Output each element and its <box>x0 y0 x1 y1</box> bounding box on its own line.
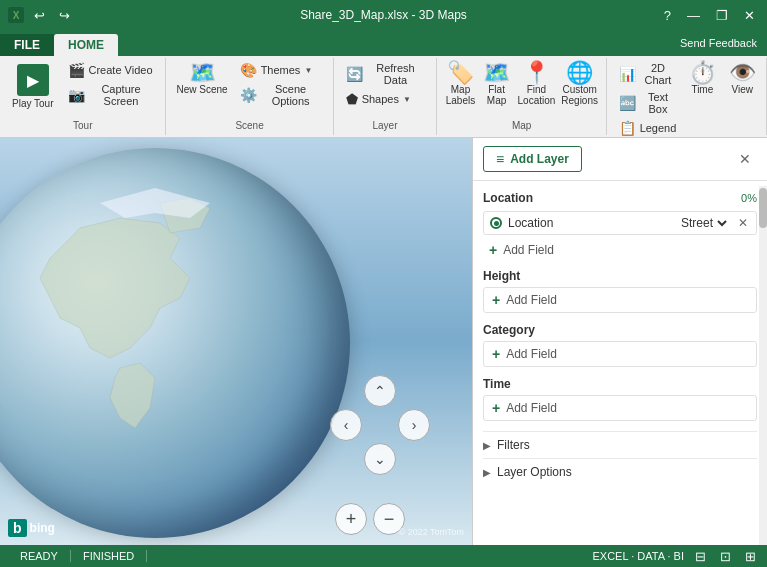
location-add-field-row[interactable]: + Add Field <box>483 239 757 261</box>
nav-down-button[interactable]: ⌄ <box>364 443 396 475</box>
legend-button[interactable]: 📋 Legend <box>613 118 683 138</box>
nav-up-button[interactable]: ⌃ <box>364 375 396 407</box>
height-add-field-label: Add Field <box>506 293 557 307</box>
view-button[interactable]: 👁️ View <box>724 60 760 97</box>
tab-home[interactable]: HOME <box>54 34 118 56</box>
themes-button[interactable]: 🎨 Themes ▼ <box>234 60 327 80</box>
find-location-icon: 📍 <box>523 62 550 84</box>
filters-section[interactable]: ▶ Filters <box>483 431 757 458</box>
text-box-icon: 🔤 <box>619 95 636 111</box>
camera-icon: 📷 <box>68 87 85 103</box>
time-view-col: ⏱️ Time 👁️ View <box>684 60 760 97</box>
height-plus-icon: + <box>492 292 500 308</box>
main-area: ⌃ ‹ › ⌄ + − b bing © 2022 TomTom ≡ Add L… <box>0 138 767 545</box>
status-icon3-button[interactable]: ⊞ <box>742 549 759 564</box>
time-add-field-label: Add Field <box>506 401 557 415</box>
minimize-button[interactable]: — <box>683 6 704 25</box>
insert-items: 📊 2D Chart 🔤 Text Box 📋 Legend ⏱️ Time <box>613 60 760 138</box>
radio-inner <box>494 221 499 226</box>
play-tour-button[interactable]: ▶ Play Tour <box>6 60 60 113</box>
nav-right-button[interactable]: › <box>398 409 430 441</box>
ribbon-group-insert: 📊 2D Chart 🔤 Text Box 📋 Legend ⏱️ Time <box>607 58 767 135</box>
exceldemy-label: EXCEL · DATA · BI <box>593 550 685 562</box>
custom-regions-button[interactable]: 🌐 Custom Regions <box>559 60 600 108</box>
location-row: Location Street ✕ <box>483 211 757 235</box>
status-icon1-button[interactable]: ⊟ <box>692 549 709 564</box>
location-pct: 0% <box>741 192 757 204</box>
layer-options-label: Layer Options <box>497 465 572 479</box>
filters-label: Filters <box>497 438 530 452</box>
map-items: 🏷️ Map Labels 🗺️ Flat Map 📍 Find Locatio… <box>443 60 600 120</box>
status-finished: FINISHED <box>71 550 147 562</box>
tour-group-label: Tour <box>73 120 92 133</box>
panel-close-button[interactable]: ✕ <box>733 149 757 169</box>
map-labels-button[interactable]: 🏷️ Map Labels <box>443 60 477 108</box>
refresh-data-button[interactable]: 🔄 Refresh Data <box>340 60 431 88</box>
time-icon: ⏱️ <box>689 62 716 84</box>
chart-icon: 📊 <box>619 66 636 82</box>
custom-regions-icon: 🌐 <box>566 62 593 84</box>
zoom-controls: + − <box>335 503 405 535</box>
ribbon-tabs: FILE HOME Send Feedback <box>0 30 767 56</box>
globe-svg <box>0 148 350 538</box>
nav-left-button[interactable]: ‹ <box>330 409 362 441</box>
themes-icon: 🎨 <box>240 62 257 78</box>
new-scene-button[interactable]: 🗺️ New Scene <box>172 60 231 97</box>
flat-map-button[interactable]: 🗺️ Flat Map <box>480 60 514 108</box>
create-video-button[interactable]: 🎬 Create Video <box>62 60 160 80</box>
chart-2d-button[interactable]: 📊 2D Chart <box>613 60 683 88</box>
location-radio[interactable] <box>490 217 502 229</box>
ribbon-group-scene: 🗺️ New Scene 🎨 Themes ▼ ⚙️ Scene Options… <box>166 58 333 135</box>
redo-button[interactable]: ↪ <box>55 6 74 25</box>
text-box-button[interactable]: 🔤 Text Box <box>613 89 683 117</box>
close-button[interactable]: ✕ <box>740 6 759 25</box>
panel-scroll-thumb <box>759 188 767 228</box>
ribbon-group-tour: ▶ Play Tour 🎬 Create Video 📷 Capture Scr… <box>0 58 166 135</box>
time-button[interactable]: ⏱️ Time <box>684 60 720 97</box>
category-add-field-button[interactable]: + Add Field <box>483 341 757 367</box>
map-group-label: Map <box>512 120 531 133</box>
find-location-button[interactable]: 📍 Find Location <box>516 60 558 108</box>
capture-screen-button[interactable]: 📷 Capture Screen <box>62 81 160 109</box>
scene-options-button[interactable]: ⚙️ Scene Options <box>234 81 327 109</box>
category-section: Category + Add Field <box>483 323 757 367</box>
excel-icon: X <box>8 7 24 23</box>
layer-group-label: Layer <box>372 120 397 133</box>
bing-text: bing <box>30 521 55 535</box>
time-add-field-button[interactable]: + Add Field <box>483 395 757 421</box>
map-labels-icon: 🏷️ <box>447 62 474 84</box>
tab-file[interactable]: FILE <box>0 34 54 56</box>
panel-scrollbar[interactable] <box>759 186 767 545</box>
map-area[interactable]: ⌃ ‹ › ⌄ + − b bing © 2022 TomTom <box>0 138 472 545</box>
scene-group-label: Scene <box>235 120 263 133</box>
location-section-header: Location 0% <box>483 191 757 205</box>
filters-chevron-icon: ▶ <box>483 440 491 451</box>
undo-button[interactable]: ↩ <box>30 6 49 25</box>
shapes-button[interactable]: ⬟ Shapes ▼ <box>340 89 431 109</box>
send-feedback-link[interactable]: Send Feedback <box>670 30 767 56</box>
legend-icon: 📋 <box>619 120 636 136</box>
location-add-field-label: Add Field <box>503 243 554 257</box>
tour-col: 🎬 Create Video 📷 Capture Screen <box>62 60 160 109</box>
nav-circle: ⌃ ‹ › ⌄ <box>330 375 430 475</box>
panel-header: ≡ Add Layer ✕ <box>473 138 767 181</box>
shapes-dropdown-arrow: ▼ <box>403 95 411 104</box>
play-icon: ▶ <box>17 64 49 96</box>
themes-dropdown-arrow: ▼ <box>304 66 312 75</box>
bing-icon: b <box>8 519 27 537</box>
zoom-in-button[interactable]: + <box>335 503 367 535</box>
layer-options-section[interactable]: ▶ Layer Options <box>483 458 757 485</box>
category-add-field-label: Add Field <box>506 347 557 361</box>
flat-map-icon: 🗺️ <box>483 62 510 84</box>
street-select[interactable]: Street <box>677 215 730 231</box>
ribbon-group-layer: 🔄 Refresh Data ⬟ Shapes ▼ Layer <box>334 58 438 135</box>
layer-options-chevron-icon: ▶ <box>483 467 491 478</box>
height-add-field-button[interactable]: + Add Field <box>483 287 757 313</box>
help-button[interactable]: ? <box>660 6 675 25</box>
add-layer-button[interactable]: ≡ Add Layer <box>483 146 582 172</box>
status-icon2-button[interactable]: ⊡ <box>717 549 734 564</box>
location-title: Location <box>483 191 533 205</box>
remove-location-button[interactable]: ✕ <box>736 216 750 230</box>
video-icon: 🎬 <box>68 62 85 78</box>
restore-button[interactable]: ❐ <box>712 6 732 25</box>
